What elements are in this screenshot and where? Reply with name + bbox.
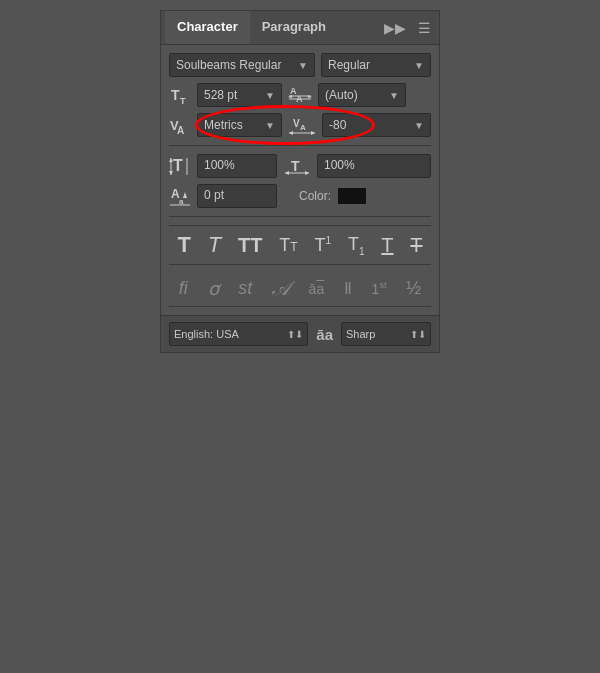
baseline-color-row: A a 0 pt Color: [169, 184, 431, 208]
leading-icon: A A [288, 84, 312, 106]
language-select[interactable]: English: USA ⬆⬇ [169, 322, 308, 346]
antialiasing-arrow: ⬆⬇ [410, 329, 426, 340]
leading-select[interactable]: (Auto) ▼ [318, 83, 406, 107]
baseline-shift-input[interactable]: 0 pt [197, 184, 277, 208]
tracking-select[interactable]: -80 ▼ [322, 113, 431, 137]
kerning-tracking-row: V A Metrics ▼ V A -80 ▼ [169, 113, 431, 137]
antialiasing-label: āa [316, 326, 333, 343]
font-family-select[interactable]: Soulbeams Regular ▼ [169, 53, 315, 77]
size-leading-row: T T 528 pt ▼ A A (Auto) [169, 83, 431, 107]
svg-marker-27 [183, 192, 187, 198]
separator-1 [169, 145, 431, 146]
font-row: Soulbeams Regular ▼ Regular ▼ [169, 53, 431, 77]
lig-fractions[interactable]: ½ [402, 276, 425, 301]
tab-character[interactable]: Character [165, 11, 250, 44]
scale-row: T 100% T 100% [169, 154, 431, 178]
vertical-scale-icon: T [169, 155, 191, 177]
svg-marker-23 [305, 171, 309, 175]
tab-paragraph[interactable]: Paragraph [250, 11, 338, 44]
bottom-bar: English: USA ⬆⬇ āa Sharp ⬆⬇ [161, 315, 439, 352]
character-panel: Character Paragraph ▶▶ ☰ Soulbeams Regul… [160, 10, 440, 353]
style-btn-italic[interactable]: T [204, 230, 225, 260]
lig-oldstyle[interactable]: āa [305, 279, 329, 299]
font-style-select[interactable]: Regular ▼ [321, 53, 431, 77]
svg-marker-13 [289, 131, 293, 135]
kerning-icon: V A [169, 114, 191, 136]
svg-text:A: A [177, 125, 184, 136]
forward-icon[interactable]: ▶▶ [380, 18, 410, 38]
font-size-icon: T T [169, 84, 191, 106]
tab-bar: Character Paragraph ▶▶ ☰ [161, 11, 439, 45]
svg-text:T: T [173, 157, 183, 174]
menu-icon[interactable]: ☰ [414, 18, 435, 38]
svg-text:T: T [180, 96, 186, 106]
svg-marker-7 [308, 95, 312, 98]
tab-icons: ▶▶ ☰ [380, 18, 435, 38]
horizontal-scale-input[interactable]: 100% [317, 154, 431, 178]
svg-text:V: V [293, 118, 300, 129]
baseline-shift-icon: A a [169, 185, 191, 207]
font-family-arrow: ▼ [298, 60, 308, 71]
lig-contextual[interactable]: ơ [204, 276, 223, 302]
language-arrow: ⬆⬇ [287, 329, 303, 340]
svg-text:T: T [291, 158, 300, 174]
style-btn-subscript[interactable]: T1 [344, 232, 369, 259]
svg-marker-22 [285, 171, 289, 175]
style-buttons-row: T T TT TT T1 T1 T T [169, 225, 431, 265]
lig-ordinals[interactable]: 1st [368, 278, 391, 299]
lig-standard[interactable]: fi [175, 276, 192, 301]
style-btn-strikethrough[interactable]: T [406, 232, 426, 259]
tracking-icon: V A [288, 114, 316, 136]
color-swatch[interactable] [337, 187, 367, 205]
style-btn-superscript[interactable]: T1 [310, 233, 335, 258]
style-btn-regular[interactable]: T [173, 230, 194, 260]
font-size-select[interactable]: 528 pt ▼ [197, 83, 282, 107]
kerning-select[interactable]: Metrics ▼ [197, 113, 282, 137]
font-style-arrow: ▼ [414, 60, 424, 71]
horizontal-scale-icon: T [283, 155, 311, 177]
lig-lining[interactable]: Ⅱ [340, 277, 356, 300]
svg-marker-14 [311, 131, 315, 135]
lig-discretionary[interactable]: st [234, 276, 256, 301]
svg-text:T: T [171, 87, 180, 103]
style-btn-allcaps[interactable]: TT [234, 232, 266, 259]
style-btn-underline[interactable]: T [377, 232, 397, 259]
separator-2 [169, 216, 431, 217]
ligature-row: fi ơ st 𝒜 āa Ⅱ 1st ½ [169, 271, 431, 307]
svg-text:A: A [300, 123, 306, 132]
style-btn-smallcaps[interactable]: TT [275, 233, 301, 258]
panel-content: Soulbeams Regular ▼ Regular ▼ T T 528 pt… [161, 45, 439, 315]
vertical-scale-input[interactable]: 100% [197, 154, 277, 178]
antialiasing-select[interactable]: Sharp ⬆⬇ [341, 322, 431, 346]
color-label: Color: [299, 189, 331, 203]
lig-swash[interactable]: 𝒜 [268, 275, 293, 302]
